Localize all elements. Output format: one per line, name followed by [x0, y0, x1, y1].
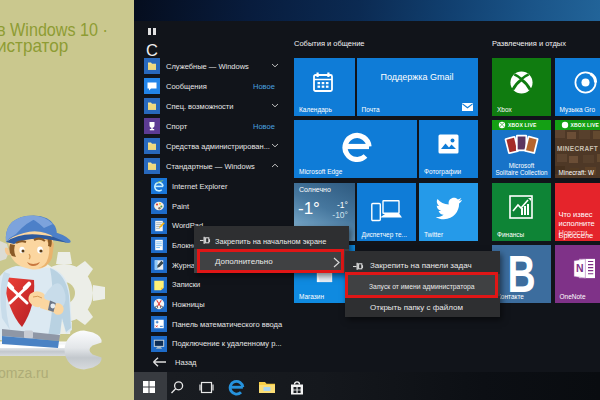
svg-text:N: N [575, 262, 583, 274]
svg-text:MINECRAFT: MINECRAFT [557, 145, 598, 152]
